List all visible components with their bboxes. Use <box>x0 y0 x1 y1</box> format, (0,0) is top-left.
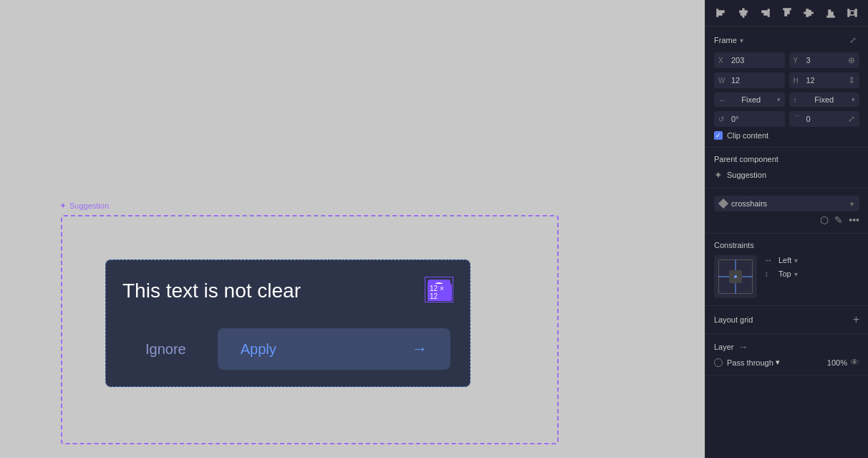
variant-row[interactable]: crosshairs ▾ <box>714 196 859 211</box>
constraint-h-chevron: ▾ <box>794 257 798 264</box>
badge-size-label: 12 × 12 <box>428 284 452 301</box>
variant-section: crosshairs ▾ ⬡ ✎ ••• <box>705 189 868 234</box>
parent-comp-row: ✦ Suggestion <box>714 169 859 181</box>
rotation-corner-row: ↺ 0° ⌒ 0 ⤢ <box>714 111 859 127</box>
layer-arrow-icon: → <box>738 341 748 353</box>
align-bottom-btn[interactable] <box>822 6 839 20</box>
fixed-w-chevron: ▾ <box>777 96 781 103</box>
constraint-h-icon: ↔ <box>764 255 776 265</box>
frame-xy-fields: X 203 Y 3 ⊕ <box>714 52 859 68</box>
constraints-grid: ↔ Left ▾ ↕ Top ▾ <box>714 255 859 298</box>
layer-mode-value[interactable]: Pass through ▾ <box>727 358 780 367</box>
svg-rect-20 <box>850 11 854 15</box>
constraint-v-chevron: ▾ <box>794 270 798 278</box>
svg-rect-7 <box>762 11 768 13</box>
align-right-btn[interactable] <box>756 6 773 20</box>
fixed-w-value: Fixed <box>741 95 761 104</box>
svg-rect-1 <box>718 11 724 13</box>
ignore-button[interactable]: Ignore <box>122 330 209 369</box>
layer-opacity-value: 100% <box>827 358 847 367</box>
x-field[interactable]: X 203 <box>714 52 785 68</box>
fixed-w-select[interactable]: ↔ Fixed ▾ <box>714 92 785 107</box>
svg-rect-18 <box>848 9 849 16</box>
variant-edit-btn[interactable]: ✎ <box>834 214 843 226</box>
layer-mode-chevron: ▾ <box>776 358 780 367</box>
svg-rect-5 <box>741 14 746 16</box>
frame-resize-btn[interactable]: ⤢ <box>847 34 859 47</box>
component-badge[interactable]: 12 × 12 <box>428 280 450 300</box>
layer-left: Pass through ▾ <box>714 358 780 367</box>
svg-rect-2 <box>718 14 722 16</box>
h-label: H <box>794 77 804 85</box>
suggestion-label: ✦ Suggestion <box>59 201 109 211</box>
constraint-selects: ↔ Left ▾ ↕ Top ▾ <box>764 255 859 279</box>
y-field[interactable]: Y 3 ⊕ <box>789 52 860 68</box>
constraint-h-value: Left <box>778 256 791 264</box>
parent-component-section: Parent component ✦ Suggestion <box>705 148 868 189</box>
variant-diamond-icon <box>718 199 728 209</box>
rotation-value: 0° <box>731 115 739 123</box>
constraint-v-row[interactable]: ↕ Top ▾ <box>764 269 859 279</box>
add-layout-grid-btn[interactable]: + <box>853 313 859 326</box>
svg-rect-8 <box>764 14 768 16</box>
apply-button[interactable]: Apply → <box>218 328 450 370</box>
layer-controls-row: Pass through ▾ 100% 👁 <box>714 357 859 368</box>
layer-visibility-btn[interactable]: 👁 <box>850 357 859 368</box>
parent-component-header: Parent component <box>714 155 859 163</box>
constraints-header: Constraints <box>714 241 859 249</box>
variant-more-btn[interactable]: ••• <box>849 214 859 226</box>
canvas: ✦ Suggestion This text is not clear 12 ×… <box>0 0 705 458</box>
component-card: This text is not clear 12 × 12 Ignore Ap… <box>105 259 471 387</box>
variant-chevron-icon: ▾ <box>850 200 854 208</box>
constraint-h-row[interactable]: ↔ Left ▾ <box>764 255 859 265</box>
right-panel: Frame ▾ ⤢ X 203 Y 3 ⊕ W 12 H 12 <box>705 0 868 458</box>
constraint-visual <box>714 255 757 298</box>
layout-grid-section: Layout grid + <box>705 306 868 334</box>
y-icon: ⊕ <box>848 55 855 65</box>
frame-section: Frame ▾ ⤢ X 203 Y 3 ⊕ W 12 H 12 <box>705 27 868 148</box>
svg-rect-4 <box>740 11 747 13</box>
frame-title: Frame ▾ <box>714 36 743 44</box>
constraints-section: Constraints ↔ Left ▾ ↕ Top <box>705 234 868 306</box>
align-top-btn[interactable] <box>778 6 796 20</box>
link-proportions-icon: ⇕ <box>848 75 855 85</box>
x-value: 203 <box>731 56 744 65</box>
cv-dot <box>734 275 737 278</box>
fixed-row: ↔ Fixed ▾ ↕ Fixed ▾ <box>714 92 859 107</box>
layout-grid-title: Layout grid <box>714 315 753 324</box>
svg-rect-14 <box>809 11 811 16</box>
layer-title: Layer <box>714 343 734 351</box>
frame-section-header: Frame ▾ ⤢ <box>714 34 859 47</box>
x-label: X <box>718 57 728 65</box>
rotation-label: ↺ <box>718 115 728 123</box>
distribute-btn[interactable] <box>844 6 861 20</box>
layer-row: Layer → <box>714 341 859 353</box>
component-icon: ✦ <box>714 169 723 181</box>
clip-content-checkbox[interactable] <box>714 131 723 140</box>
clip-content-row: Clip content <box>714 131 859 140</box>
svg-rect-17 <box>831 12 833 16</box>
suggestion-component-icon: ✦ <box>59 201 67 211</box>
rotation-field[interactable]: ↺ 0° <box>714 111 785 127</box>
svg-rect-11 <box>787 10 789 14</box>
parent-component-title: Parent component <box>714 155 778 163</box>
fixed-h-value: Fixed <box>814 95 834 104</box>
fixed-h-chevron: ▾ <box>852 96 855 103</box>
h-field[interactable]: H 12 ⇕ <box>789 72 860 88</box>
apply-arrow-icon: → <box>412 340 428 358</box>
align-center-h-btn[interactable] <box>735 6 752 20</box>
fixed-w-icon: ↔ <box>718 96 725 104</box>
align-center-v-btn[interactable] <box>800 6 817 20</box>
fixed-h-select[interactable]: ↕ Fixed ▾ <box>789 92 860 107</box>
align-left-btn[interactable] <box>713 6 730 20</box>
svg-rect-19 <box>856 9 857 16</box>
corner-field[interactable]: ⌒ 0 ⤢ <box>789 111 860 127</box>
apply-button-label: Apply <box>241 341 276 358</box>
w-field[interactable]: W 12 <box>714 72 785 88</box>
variant-name-label: crosshairs <box>731 199 846 208</box>
variant-link-btn[interactable]: ⬡ <box>820 214 829 226</box>
constraint-v-value: Top <box>778 269 791 278</box>
suggestion-frame[interactable]: ✦ Suggestion This text is not clear 12 ×… <box>61 215 559 444</box>
frame-chevron-icon: ▾ <box>740 37 743 44</box>
parent-comp-name: Suggestion <box>727 171 766 179</box>
